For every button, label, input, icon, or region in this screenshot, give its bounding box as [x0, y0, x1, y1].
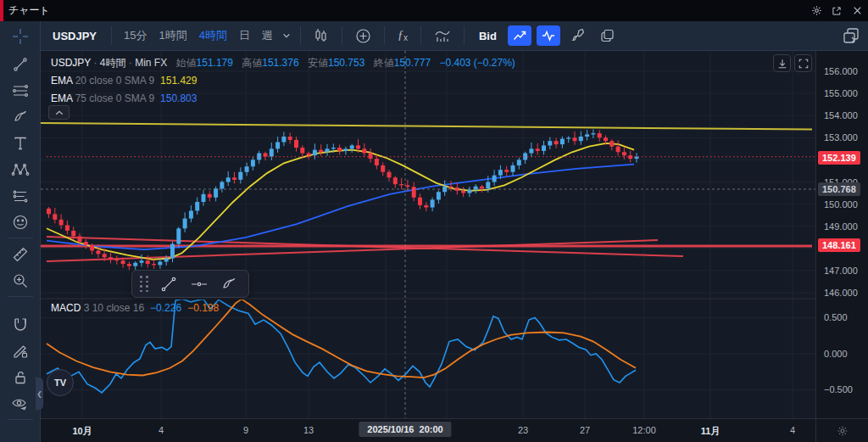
- ema75-params: 75 close 0 SMA 9: [75, 92, 154, 104]
- legend-timeframe[interactable]: 4時間: [100, 57, 126, 69]
- lock-drawings-icon[interactable]: [0, 364, 41, 390]
- macd-axis-label: 0.500: [824, 312, 848, 322]
- time-label: 10月: [72, 425, 92, 438]
- window-title: チャート: [8, 3, 50, 18]
- price-chart-canvas[interactable]: [41, 51, 815, 418]
- edit-drawing-icon[interactable]: [0, 338, 41, 364]
- text-icon[interactable]: [0, 130, 41, 156]
- sidebar-separator: [8, 296, 33, 297]
- price-label: 147.000: [824, 266, 858, 276]
- timeframe-15分[interactable]: 15分: [118, 25, 153, 47]
- symbol-button[interactable]: USDJPY: [41, 30, 105, 42]
- gear-icon[interactable]: [837, 425, 849, 437]
- crosshair: [41, 51, 815, 418]
- legend-symbol[interactable]: USDJPY: [51, 57, 91, 69]
- price-label: 154.000: [824, 110, 858, 120]
- change-value: −0.403 (−0.27%): [439, 57, 515, 69]
- low-value: 150.753: [328, 57, 364, 69]
- ema20-legend[interactable]: EMA 20 close 0 SMA 9151.429: [51, 75, 197, 87]
- timeframe-1時間[interactable]: 1時間: [153, 25, 193, 47]
- fullscreen-icon[interactable]: [794, 54, 812, 72]
- toolbar-separator: [342, 26, 342, 45]
- ema75-legend[interactable]: EMA 75 close 0 SMA 9150.803: [51, 92, 197, 104]
- ema20-params: 20 close 0 SMA 9: [75, 75, 154, 87]
- bid-label[interactable]: Bid: [470, 30, 505, 42]
- close-value: 150.777: [394, 57, 431, 69]
- xabcd-pattern-icon[interactable]: [0, 156, 41, 182]
- download-chart-icon[interactable]: [773, 54, 791, 72]
- time-label: 23: [518, 425, 528, 435]
- timeframe-4時間[interactable]: 4時間: [193, 25, 233, 47]
- ohlc-legend: USDJPY · 4時間 · Min FX 始値151.179 高値151.37…: [51, 56, 515, 70]
- chart-pane[interactable]: USDJPY · 4時間 · Min FX 始値151.179 高値151.37…: [41, 51, 815, 418]
- ema20-line[interactable]: [47, 143, 634, 260]
- price-label: 150.000: [824, 199, 858, 210]
- crosshair-icon[interactable]: [0, 21, 41, 51]
- timeframe-menu-chevron-down-icon[interactable]: [279, 29, 294, 42]
- close-label: 終値: [374, 57, 394, 69]
- trend-line-icon[interactable]: [0, 51, 41, 77]
- magnet-icon[interactable]: [0, 311, 41, 338]
- toolbar-separator: [464, 26, 465, 45]
- legend-provider: Min FX: [135, 57, 167, 69]
- tradingview-logo[interactable]: TV: [47, 369, 74, 396]
- horizontal-line-icon[interactable]: [184, 272, 214, 296]
- ruler-icon[interactable]: [0, 241, 41, 267]
- long-position-icon[interactable]: [0, 182, 41, 209]
- layers-icon[interactable]: [593, 25, 622, 47]
- price-badge: 152.139: [818, 151, 860, 165]
- compare-plus-icon[interactable]: [348, 25, 378, 47]
- chart-window: チャート USDJPY 15分1時間4時間日週 ƒx Bid ❮ USDJPY …: [0, 0, 868, 442]
- indicator-template-icon[interactable]: [427, 25, 458, 46]
- legend-collapse-button[interactable]: [48, 105, 70, 120]
- time-label: 4: [790, 425, 795, 435]
- time-label: 11月: [701, 425, 721, 438]
- price-axis[interactable]: 156.000155.000154.000153.000152.000151.0…: [815, 51, 868, 418]
- ema75-line[interactable]: [47, 165, 634, 250]
- line-chart-icon[interactable]: [508, 25, 531, 46]
- drag-handle[interactable]: [140, 276, 149, 292]
- time-label: 13: [303, 425, 314, 435]
- high-value: 151.376: [262, 57, 298, 69]
- sidebar-separator: [8, 419, 33, 420]
- macd-value: −0.226: [150, 302, 181, 314]
- brush-icon[interactable]: [214, 272, 245, 296]
- save-layout-icon[interactable]: [841, 25, 861, 46]
- settings-icon[interactable]: [810, 5, 822, 17]
- candles-style-icon[interactable]: [307, 25, 336, 47]
- paint-brush-icon[interactable]: [563, 25, 593, 47]
- macd-axis-label: 0.000: [824, 349, 848, 359]
- price-label: 155.000: [824, 88, 858, 98]
- sidebar-collapse-handle[interactable]: ❮: [36, 378, 43, 410]
- fx-indicator-icon[interactable]: ƒx: [391, 26, 415, 45]
- macd-legend[interactable]: MACD 3 10 close 16−0.226−0.198: [51, 302, 219, 314]
- crosshair-price-badge: 150.768: [818, 182, 860, 196]
- ema75-name: EMA: [51, 92, 72, 104]
- high-label: 高値: [242, 57, 262, 69]
- yellow-trendline[interactable]: [41, 123, 812, 130]
- grid: [41, 51, 815, 418]
- emoji-icon[interactable]: [0, 209, 41, 235]
- title-accent-bar: [0, 0, 3, 21]
- title-bar: チャート: [0, 0, 868, 21]
- trash-icon[interactable]: [0, 434, 41, 442]
- zoom-in-icon[interactable]: [0, 267, 41, 294]
- toolbar-separator: [420, 26, 421, 45]
- toolbar-separator: [300, 26, 301, 45]
- pulse-chart-icon[interactable]: [537, 25, 560, 46]
- close-icon[interactable]: [851, 5, 863, 17]
- ema20-name: EMA: [51, 75, 72, 87]
- timeframe-日[interactable]: 日: [233, 25, 256, 47]
- hide-drawings-icon[interactable]: [0, 390, 41, 417]
- timeframe-週[interactable]: 週: [256, 25, 279, 47]
- price-badge: 148.161: [818, 238, 860, 252]
- time-axis[interactable]: 10月4913232712:0011月42025/10/16 20:00: [41, 418, 815, 442]
- macd-params: 3 10 close 16: [84, 302, 144, 314]
- open-window-icon[interactable]: [831, 5, 843, 17]
- fib-retracement-icon[interactable]: [0, 77, 41, 104]
- trend-line-icon[interactable]: [153, 272, 184, 296]
- time-label: 27: [580, 425, 590, 435]
- axis-settings-corner: [815, 418, 868, 442]
- crosshair-time-badge: 2025/10/16 20:00: [359, 422, 451, 437]
- brush-icon[interactable]: [0, 104, 41, 130]
